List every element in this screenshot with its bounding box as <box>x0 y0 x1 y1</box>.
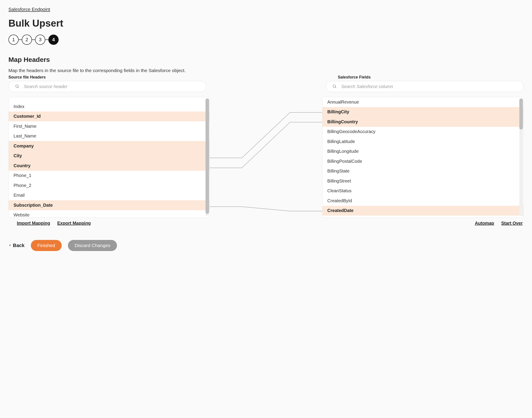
source-row[interactable]: Website <box>9 210 209 218</box>
scrollbar-thumb[interactable] <box>206 98 209 214</box>
source-row[interactable]: Country <box>9 161 209 171</box>
svg-line-3 <box>335 87 336 88</box>
step-3[interactable]: 3 <box>35 35 45 45</box>
source-row[interactable]: Index <box>9 102 209 112</box>
discard-changes-button[interactable]: Discard Changes <box>68 240 117 251</box>
import-mapping-button[interactable]: Import Mapping <box>17 221 50 226</box>
source-search-input[interactable] <box>8 81 206 92</box>
step-1[interactable]: 1 <box>8 35 19 45</box>
salesforce-search-input[interactable] <box>326 81 524 92</box>
svg-point-2 <box>333 85 336 88</box>
target-row[interactable]: BillingState <box>323 166 523 176</box>
source-row[interactable]: Company <box>9 141 209 151</box>
mapping-bridge <box>210 97 322 218</box>
source-headers-label: Source file Headers <box>8 75 214 80</box>
target-row[interactable]: BillingLatitude <box>323 137 523 147</box>
svg-point-0 <box>16 85 18 88</box>
step-2[interactable]: 2 <box>22 35 32 45</box>
step-separator <box>32 39 35 40</box>
scrollbar-thumb[interactable] <box>519 98 523 129</box>
stepper: 1 2 3 4 <box>8 35 524 45</box>
source-row[interactable]: First_Name <box>9 121 209 131</box>
back-button-label: Back <box>13 243 25 248</box>
step-4[interactable]: 4 <box>48 35 59 45</box>
section-title: Map Headers <box>8 56 524 63</box>
automap-button[interactable]: Automap <box>475 221 494 226</box>
salesforce-fields-panel: AnnualRevenue BillingCity BillingCountry… <box>322 97 524 218</box>
source-row[interactable]: Email <box>9 190 209 200</box>
svg-line-1 <box>18 87 19 88</box>
finished-button[interactable]: Finished <box>31 240 62 251</box>
target-row[interactable]: BillingPostalCode <box>323 156 523 166</box>
source-row[interactable]: Phone_2 <box>9 181 209 190</box>
breadcrumb-link[interactable]: Salesforce Endpoint <box>8 7 50 12</box>
search-icon <box>332 84 337 89</box>
source-row[interactable]: Subscription_Date <box>9 200 209 210</box>
source-row[interactable]: Customer_Id <box>9 112 209 122</box>
target-row[interactable]: BillingGeocodeAccuracy <box>323 127 523 137</box>
step-separator <box>45 39 48 40</box>
section-description: Map the headers in the source file to th… <box>8 68 524 73</box>
target-row[interactable]: CreatedDate <box>323 206 523 216</box>
target-row[interactable]: BillingCountry <box>323 117 523 127</box>
target-row[interactable]: BillingCity <box>323 107 523 117</box>
source-row[interactable]: Phone_1 <box>9 171 209 181</box>
target-row[interactable]: CleanStatus <box>323 186 523 196</box>
target-row[interactable]: CreatedById <box>323 196 523 206</box>
salesforce-fields-label: Salesforce Fields <box>338 75 371 80</box>
search-icon <box>15 84 20 89</box>
step-separator <box>19 39 22 40</box>
chevron-left-icon <box>8 243 12 248</box>
target-row[interactable]: BillingLongitude <box>323 147 523 157</box>
source-headers-panel: Index Customer_Id First_Name Last_Name C… <box>8 97 210 218</box>
source-row[interactable]: City <box>9 151 209 161</box>
export-mapping-button[interactable]: Export Mapping <box>57 221 91 226</box>
start-over-button[interactable]: Start Over <box>501 221 523 226</box>
target-row[interactable]: AnnualRevenue <box>323 97 523 107</box>
back-button[interactable]: Back <box>8 243 25 248</box>
page-title: Bulk Upsert <box>8 18 524 29</box>
target-row[interactable]: BillingStreet <box>323 176 523 186</box>
source-row[interactable]: Last_Name <box>9 131 209 141</box>
